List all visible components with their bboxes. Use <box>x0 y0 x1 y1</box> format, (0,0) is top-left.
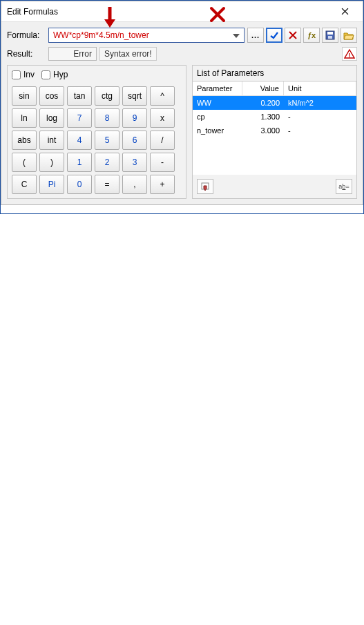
param-row[interactable]: WW0.200kN/m^2 <box>193 96 356 110</box>
calc-key-c45[interactable]: - <box>150 153 175 172</box>
param-header-value[interactable]: Value <box>242 81 284 96</box>
result-unit: Syntax error! <box>99 47 157 61</box>
result-label: Result: <box>7 49 46 59</box>
calc-key-7[interactable]: 7 <box>67 108 92 128</box>
calc-key-4[interactable]: 4 <box>67 131 92 150</box>
calc-key-sin[interactable]: sin <box>12 86 37 106</box>
cancel-button[interactable] <box>285 28 301 43</box>
param-header-unit[interactable]: Unit <box>284 81 356 96</box>
calc-key-Pi[interactable]: Pi <box>39 175 64 194</box>
calc-key-c47[interactable]: / <box>150 131 175 150</box>
formula-input[interactable]: WW*cp*9m*4.5m/n_tower <box>48 28 245 43</box>
calc-key-ln[interactable]: ln <box>12 108 37 128</box>
calc-key-c61[interactable]: = <box>95 175 119 194</box>
formula-label: Formula: <box>7 30 46 40</box>
calc-key-sqrt[interactable]: sqrt <box>122 86 147 106</box>
svg-rect-7 <box>328 36 332 39</box>
ellipsis-button[interactable]: ... <box>247 28 264 43</box>
calc-key-1[interactable]: 1 <box>67 153 92 172</box>
dialog-title: Edit Formulas <box>7 7 58 17</box>
calc-key-c41[interactable]: ) <box>39 153 64 172</box>
calc-key-C[interactable]: C <box>12 175 37 194</box>
calc-key-2[interactable]: 2 <box>95 153 119 172</box>
calc-key-c44[interactable]: , <box>122 175 147 194</box>
calc-key-8[interactable]: 8 <box>95 108 119 128</box>
calc-key-c43[interactable]: + <box>150 175 175 194</box>
calc-key-log[interactable]: log <box>39 108 64 128</box>
calc-key-tan[interactable]: tan <box>67 86 92 106</box>
ab-equals-button[interactable]: ab= <box>336 179 352 194</box>
calc-key-c94[interactable]: ^ <box>150 86 175 106</box>
svg-text:!: ! <box>349 52 351 59</box>
calc-key-ctg[interactable]: ctg <box>95 86 119 106</box>
calc-key-0[interactable]: 0 <box>67 175 92 194</box>
calc-key-abs[interactable]: abs <box>12 131 37 150</box>
svg-rect-6 <box>327 32 333 35</box>
inv-checkbox[interactable]: Inv <box>12 70 35 79</box>
calc-key-5[interactable]: 5 <box>95 131 119 150</box>
fx-button[interactable]: ƒx <box>303 28 320 43</box>
close-button[interactable] <box>331 3 358 20</box>
result-value: Error <box>48 47 97 61</box>
parameters-panel: List of ParametersParameterValueUnitWW0.… <box>192 65 357 199</box>
hyp-checkbox[interactable]: Hyp <box>41 70 68 79</box>
chevron-down-icon[interactable] <box>230 30 240 40</box>
calc-key-cos[interactable]: cos <box>39 86 64 106</box>
calculator-panel: InvHypsincostanctgsqrt^lnlog789xabsint45… <box>7 65 186 199</box>
warning-icon[interactable]: ! <box>342 47 357 61</box>
pin-button[interactable] <box>197 179 213 194</box>
confirm-button[interactable] <box>266 28 282 43</box>
svg-marker-2 <box>233 34 240 38</box>
calc-key-int[interactable]: int <box>39 131 64 150</box>
calc-key-c40[interactable]: ( <box>12 153 37 172</box>
titlebar: Edit Formulas <box>1 1 363 22</box>
calc-key-x[interactable]: x <box>150 108 175 128</box>
save-button[interactable] <box>322 28 338 43</box>
calc-key-3[interactable]: 3 <box>122 153 147 172</box>
calc-key-6[interactable]: 6 <box>122 131 147 150</box>
param-header-parameter[interactable]: Parameter <box>193 81 242 96</box>
edit-formulas-dialog: Edit FormulasFormula:WW*cp*9m*4.5m/n_tow… <box>1 1 363 205</box>
calc-key-9[interactable]: 9 <box>122 108 147 128</box>
param-row[interactable]: cp1.300- <box>193 110 356 124</box>
parameters-title: List of Parameters <box>193 66 356 81</box>
open-button[interactable] <box>341 28 357 43</box>
param-row[interactable]: n_tower3.000- <box>193 124 356 137</box>
